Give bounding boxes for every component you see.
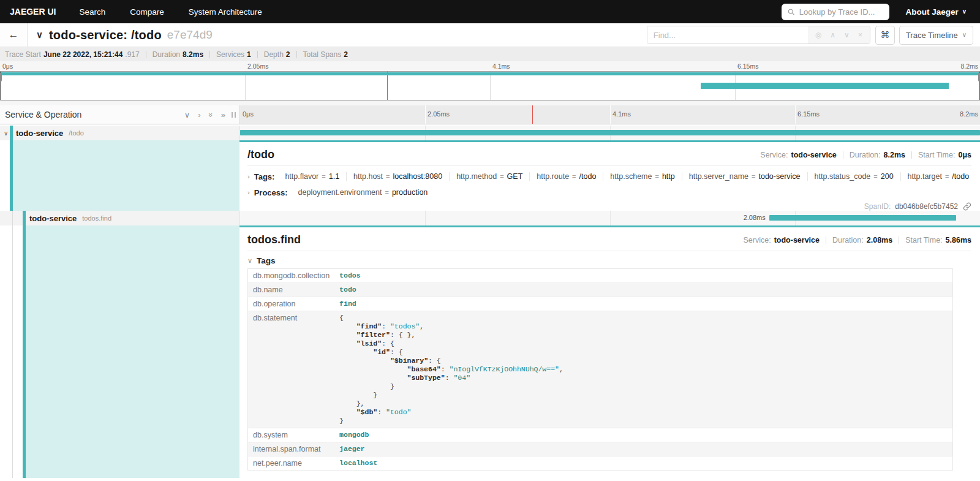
- span-row-todos-find[interactable]: todo-service todos.find 2.08ms: [0, 211, 980, 225]
- tick-label: 2.05ms: [247, 62, 268, 70]
- ruler-tick: [425, 105, 426, 124]
- match-highlight-icon[interactable]: ◎: [815, 31, 821, 39]
- nav-item-compare[interactable]: Compare: [118, 0, 176, 23]
- chevron-down-icon: ∨: [247, 257, 252, 265]
- duration-value: 8.2ms: [183, 50, 203, 59]
- about-jaeger-menu[interactable]: About Jaeger ∨: [905, 7, 967, 17]
- keyboard-shortcuts-button[interactable]: ⌘: [875, 26, 895, 45]
- process-summary-row[interactable]: › Process: deployment.environment=produc…: [247, 184, 971, 200]
- span-name-cell[interactable]: todo-service todos.find: [0, 211, 239, 225]
- table-row: db.systemmongodb: [248, 428, 953, 442]
- collapse-controls: ∨ › » »: [184, 111, 225, 119]
- tick-label: 2.05ms: [428, 110, 450, 118]
- tag-value: 200: [881, 172, 894, 181]
- back-button[interactable]: ←: [0, 23, 28, 47]
- detail-header[interactable]: todos.find Service:todo-service Duration…: [247, 232, 971, 248]
- row-gridline: [425, 211, 426, 225]
- tag-value-cell: { "find": "todos", "filter": { }, "lsid"…: [334, 311, 952, 428]
- minimap-gridline: [490, 72, 491, 100]
- span-operation-name: todos.find: [82, 214, 111, 222]
- db-statement-json: { "find": "todos", "filter": { }, "lsid"…: [339, 314, 948, 425]
- table-row: internal.span.formatjaeger: [248, 442, 953, 456]
- nav-item-system-architecture[interactable]: System Architecture: [176, 0, 274, 23]
- process-key: deployment.environment: [298, 188, 382, 197]
- tag-key-cell: db.name: [248, 283, 335, 297]
- chevron-down-icon: ∨: [962, 32, 967, 38]
- copy-link-icon[interactable]: [963, 202, 971, 211]
- tag-pill: http.target=/todo: [900, 172, 971, 181]
- detail-accent-fill: [13, 140, 239, 211]
- tag-value-cell: mongodb: [334, 428, 952, 442]
- tag-value-cell: todo: [334, 283, 952, 297]
- span-timeline-cell[interactable]: [239, 126, 980, 140]
- find-group: ◎ ∧ ∨ ×: [647, 26, 870, 44]
- span-bar-todos-find[interactable]: [769, 215, 957, 221]
- tick-label: 0μs: [2, 62, 13, 70]
- span-operation-name: /todo: [69, 129, 83, 137]
- tag-key-cell: internal.span.format: [248, 442, 335, 456]
- clear-find-icon[interactable]: ×: [858, 31, 862, 39]
- about-jaeger-label: About Jaeger: [905, 7, 958, 17]
- trace-title-collapse-icon[interactable]: ∨: [36, 29, 43, 40]
- table-row: db.mongodb.collectiontodos: [248, 269, 953, 283]
- tag-value: GET: [507, 172, 523, 181]
- nav-item-search[interactable]: Search: [67, 0, 118, 23]
- trace-view-select[interactable]: Trace Timeline ∨: [899, 26, 973, 45]
- duration-label: Duration:: [832, 236, 864, 244]
- span-name-cell[interactable]: ∨ todo-service /todo: [0, 126, 239, 140]
- span-detail-title: /todo: [247, 148, 274, 161]
- total-spans-value: 2: [344, 50, 348, 59]
- span-row-todo[interactable]: ∨ todo-service /todo: [0, 126, 980, 140]
- tag-pill: http.method=GET: [449, 172, 529, 181]
- trace-title[interactable]: todo-service: /todo: [49, 28, 162, 42]
- find-input[interactable]: [647, 26, 808, 44]
- table-row: db.nametodo: [248, 283, 953, 297]
- detail-header[interactable]: /todo Service:todo-service Duration:8.2m…: [247, 147, 971, 162]
- equals: =: [322, 173, 325, 180]
- tag-key: http.host: [353, 172, 383, 181]
- trace-lookup-input[interactable]: [799, 7, 884, 17]
- tag-value: http: [662, 172, 675, 181]
- nav-right: About Jaeger ∨: [782, 4, 980, 20]
- tag-value-cell: find: [334, 297, 952, 311]
- depth-label: Depth: [264, 50, 284, 59]
- expand-all-icon[interactable]: »: [221, 111, 225, 119]
- prev-match-icon[interactable]: ∧: [830, 31, 835, 39]
- minimap-span-bar-todo: [0, 72, 980, 75]
- column-resizer-handle[interactable]: [232, 112, 236, 118]
- trace-lookup-search[interactable]: [782, 4, 889, 20]
- detail-body: todos.find Service:todo-service Duration…: [239, 225, 980, 478]
- scrubber-handle[interactable]: [0, 73, 2, 81]
- equals: =: [752, 173, 755, 180]
- service-value: todo-service: [774, 236, 820, 244]
- equals: =: [385, 189, 388, 196]
- tag-key-cell: net.peer.name: [248, 456, 335, 471]
- divider: [826, 237, 826, 244]
- tag-pill: http.host=localhost:8080: [346, 172, 449, 181]
- tick-label: 6.15ms: [797, 110, 820, 118]
- collapse-children-icon[interactable]: ∨: [4, 130, 8, 137]
- expand-one-icon[interactable]: ›: [198, 111, 200, 119]
- equals: =: [500, 173, 503, 180]
- tag-value-cell: todos: [334, 269, 952, 283]
- tag-key: http.route: [537, 172, 569, 181]
- tags-section-header[interactable]: ∨ Tags: [247, 254, 971, 267]
- span-timeline-cell[interactable]: 2.08ms: [239, 211, 980, 225]
- minimap-cursor-guide: [387, 72, 388, 100]
- minimap-span-bar-todos-find: [701, 83, 949, 89]
- minimap-left-scrubber[interactable]: [0, 72, 1, 100]
- divider: [247, 251, 971, 251]
- indent-guide: [12, 211, 13, 225]
- divider: [146, 51, 146, 58]
- minimap-gridline: [245, 72, 246, 100]
- collapse-one-icon[interactable]: ∨: [184, 111, 190, 119]
- collapse-all-icon[interactable]: »: [207, 112, 215, 116]
- tags-summary-row[interactable]: › Tags: http.flavor=1.1 http.host=localh…: [247, 169, 971, 184]
- minimap-canvas[interactable]: [0, 71, 980, 100]
- duration-value: 8.2ms: [884, 151, 905, 159]
- span-bar-todo[interactable]: [240, 130, 980, 135]
- app-logo[interactable]: JAEGER UI: [0, 7, 67, 17]
- span-detail-todo: /todo Service:todo-service Duration:8.2m…: [0, 140, 980, 211]
- services-label: Services: [216, 50, 244, 59]
- next-match-icon[interactable]: ∨: [844, 31, 850, 39]
